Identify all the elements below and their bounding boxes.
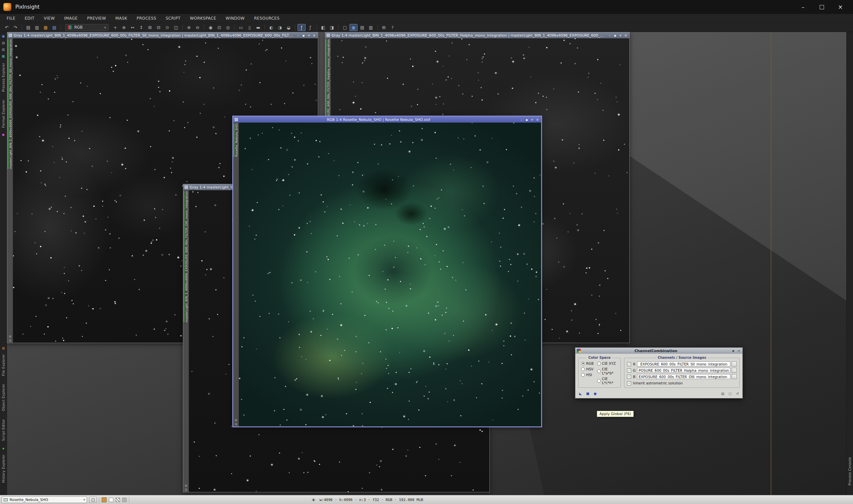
channel-combination-dialog[interactable]: ChannelCombination ▪ × Color Space RGB	[575, 347, 743, 398]
optimal-zoom-button[interactable]: ◎	[224, 24, 232, 31]
channel-checkbox[interactable]	[627, 368, 631, 373]
stf-auto-button[interactable]: ◧	[319, 24, 327, 31]
new-preview-button[interactable]: ▭	[237, 24, 245, 31]
radio-hsv[interactable]: HSV	[581, 367, 594, 371]
process-explorer-icon[interactable]: ▤	[1, 40, 6, 45]
diagnostics-button[interactable]: ▢	[727, 391, 733, 396]
radio-cie-lch[interactable]: CIE L*c*h*	[597, 377, 618, 385]
select-view-button[interactable]	[732, 368, 737, 373]
channel-image-field[interactable]: EXPOSURE_600_00s_FILTER_OIII_mono_integr…	[637, 374, 730, 379]
zoom-in-mode-button[interactable]: ⊞	[146, 24, 154, 31]
readout-color-swatch[interactable]	[102, 497, 107, 502]
select-view-button[interactable]	[732, 374, 737, 379]
mask-enabled-button[interactable]: ◐	[267, 24, 275, 31]
dock-tab-history-explorer[interactable]: History Explorer	[1, 452, 6, 486]
menu-image[interactable]: IMAGE	[59, 14, 82, 23]
process-explorer-toggle-button[interactable]: ▢	[341, 24, 349, 31]
browse-documentation-button[interactable]: ▤	[720, 391, 725, 396]
stf-reset-button[interactable]: ◨	[328, 24, 336, 31]
radio-rgb[interactable]: RGB	[581, 361, 594, 365]
background-swatch[interactable]	[109, 498, 113, 502]
menu-process[interactable]: PROCESS	[132, 14, 161, 23]
menu-resources[interactable]: RESOURCES	[249, 14, 284, 23]
center-view-button[interactable]: ⊙	[163, 24, 171, 31]
channel-checkbox[interactable]	[627, 362, 631, 366]
display-channel-selector[interactable]: RGB ▾	[65, 24, 109, 31]
menu-file[interactable]: FILE	[2, 14, 20, 23]
select-view-button[interactable]	[732, 361, 737, 366]
image-window-titlebar[interactable]: Gray 1:4 masterLight_BIN_1_4096x4096_EXP…	[325, 32, 629, 38]
zoom-button[interactable]: +	[306, 33, 311, 38]
fit-view-button[interactable]: ⊡	[215, 24, 223, 31]
apply-button[interactable]: ■	[585, 391, 590, 396]
histogram-button[interactable]: ▥	[33, 24, 41, 31]
show-mask-button[interactable]: ◒	[285, 24, 292, 31]
process-console-toggle-button[interactable]: ▣	[350, 24, 357, 31]
readout-mode-button[interactable]: ⊕	[120, 24, 128, 31]
mask-inverted-button[interactable]: ◑	[276, 24, 284, 31]
file-explorer-toggle-button[interactable]: ▤	[358, 24, 366, 31]
menu-window[interactable]: WINDOW	[221, 14, 249, 23]
preview-mode-button[interactable]: ▯	[246, 24, 253, 31]
workspace-switch-button[interactable]: ▥	[367, 24, 375, 31]
menu-view[interactable]: VIEW	[39, 14, 60, 23]
pan-mode-button[interactable]: ↔	[129, 24, 137, 31]
close-button[interactable]: ×	[737, 349, 741, 353]
menu-edit[interactable]: EDIT	[20, 14, 39, 23]
zoom-in-button[interactable]: ⊕	[185, 24, 193, 31]
maximize-button[interactable]	[812, 0, 831, 14]
radio-cie-lab[interactable]: CIE L*a*b*	[597, 367, 618, 375]
redo-button[interactable]: ↷	[11, 24, 19, 31]
dock-tab-format-explorer[interactable]: Format Explorer	[1, 97, 6, 131]
pixel-math-button[interactable]: ƒ	[306, 24, 314, 31]
iconize-button[interactable]: –	[296, 33, 301, 38]
channel-checkbox[interactable]	[627, 375, 631, 379]
dialog-titlebar[interactable]: ChannelCombination ▪ ×	[575, 348, 742, 354]
current-view-selector[interactable]: Rosette_Nebula_SHO ▾	[2, 496, 87, 503]
zoom-button[interactable]: +	[530, 117, 534, 122]
close-button[interactable]: ×	[831, 0, 850, 14]
split-view-button[interactable]: ◫	[172, 24, 180, 31]
minimize-button[interactable]: –	[794, 0, 812, 14]
zoom-1-1-button[interactable]: ◉	[207, 24, 215, 31]
zoom-button[interactable]: +	[618, 33, 623, 38]
undo-button[interactable]: ↶	[3, 24, 11, 31]
shade-button[interactable]: ▪	[731, 349, 735, 353]
dock-tab-object-explorer[interactable]: Object Explorer	[1, 381, 6, 415]
screen-transfer-button[interactable]: ▤	[24, 24, 32, 31]
inherit-astrometric-checkbox[interactable]	[627, 381, 631, 385]
image-window-titlebar[interactable]: Gray 1:4 masterLight_BIN_1_4096x4096_EXP…	[7, 32, 318, 38]
format-explorer-icon[interactable]: ▥	[1, 47, 6, 52]
shade-button[interactable]: ▪	[301, 33, 306, 38]
close-button[interactable]: ×	[535, 117, 540, 122]
iconize-button[interactable]: –	[519, 117, 524, 122]
view-thumbnail-button[interactable]	[89, 497, 96, 503]
zoom-out-mode-button[interactable]: ⊟	[155, 24, 163, 31]
reset-button[interactable]: ↺	[735, 391, 740, 396]
window-tile-button[interactable]: ⊞	[380, 24, 388, 31]
view-list-icon[interactable]: ▦	[1, 54, 6, 59]
view-selector-strip[interactable]: masterLight_BIN_1_4096x4096_EXPOSURE_600…	[183, 190, 189, 492]
close-button[interactable]: ×	[312, 33, 317, 38]
image-window-titlebar[interactable]: RGB 1:4 Rosette_Nebula_SHO | Rosette Neb…	[233, 116, 541, 123]
radio-cie-xyz[interactable]: CIE XYZ	[597, 361, 618, 365]
dock-pin-icon[interactable]: ▣	[1, 34, 6, 39]
menu-mask[interactable]: MASK	[111, 14, 132, 23]
channel-image-field[interactable]: POSURE_600_00s_FILTER_Halpha_mono_integr…	[637, 368, 730, 373]
image-window-rgb-rosette[interactable]: RGB 1:4 Rosette_Nebula_SHO | Rosette Neb…	[233, 116, 541, 427]
new-instance-button[interactable]: ◣	[578, 391, 583, 396]
color-saturation-button[interactable]: ▦	[42, 24, 50, 31]
transparency-swatch[interactable]	[115, 498, 120, 502]
icc-profile-button[interactable]: ▧	[50, 24, 58, 31]
menu-workspace[interactable]: WORKSPACE	[185, 14, 221, 23]
help-button[interactable]: ?	[389, 24, 396, 31]
menu-script[interactable]: SCRIPT	[161, 14, 185, 23]
view-selector-strip[interactable]: Rosette_Nebula_SHO ⊞ ⊟	[233, 123, 239, 426]
dock-tab-file-explorer[interactable]: File Explorer	[1, 352, 6, 379]
foreground-swatch[interactable]	[122, 498, 127, 502]
menu-preview[interactable]: PREVIEW	[82, 14, 111, 23]
dock-tab-script-editor[interactable]: Script Editor	[1, 417, 6, 445]
iconize-button[interactable]: –	[607, 33, 612, 38]
edit-mode-button[interactable]: +	[111, 24, 119, 31]
delete-preview-button[interactable]: ▬	[254, 24, 262, 31]
